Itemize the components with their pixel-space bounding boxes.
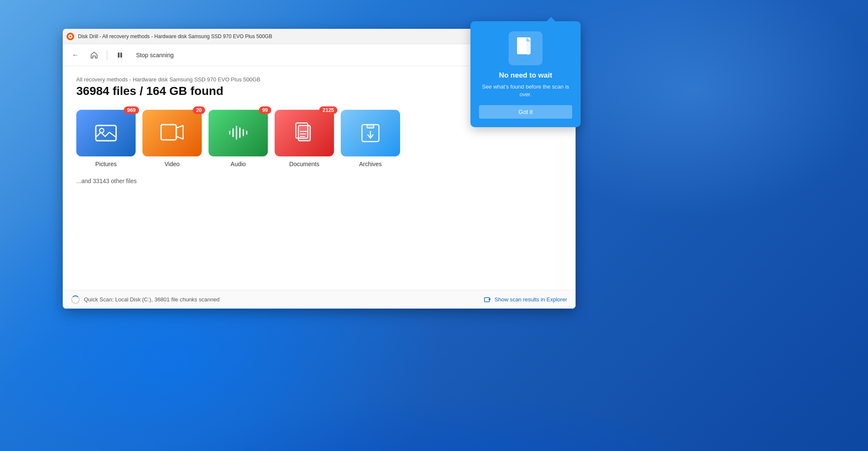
show-in-explorer-label: Show scan results in Explorer [495,296,567,303]
audio-label: Audio [231,161,246,167]
app-icon [66,32,75,41]
svg-rect-14 [161,125,176,140]
archives-label: Archives [359,161,382,167]
svg-rect-16 [298,125,310,141]
scan-spinner [71,295,80,304]
svg-rect-4 [120,53,122,58]
documents-card-icon: 2125 [275,110,334,156]
stop-scan-button[interactable]: Stop scanning [131,47,179,63]
show-in-explorer-button[interactable]: Show scan results in Explorer [484,296,567,303]
pictures-badge: 969 [124,106,139,114]
audio-card-icon: 99 [209,110,268,156]
status-text: Quick Scan: Local Disk (C:), 36801 file … [84,296,220,303]
other-files-text: ...and 33143 other files [76,178,562,184]
svg-point-13 [100,128,104,133]
home-button[interactable] [86,47,102,63]
svg-point-2 [70,36,71,37]
audio-card[interactable]: 99 Audio [209,110,268,167]
pictures-card[interactable]: 969 Pictures [76,110,136,167]
audio-badge: 99 [259,106,271,114]
tooltip-got-it-button[interactable]: Got it [479,105,572,119]
pause-button[interactable] [112,47,128,63]
tooltip-popup: No need to wait See what's found before … [470,21,581,127]
title-bar-text: Disk Drill - All recovery methods - Hard… [78,33,514,39]
archives-card-icon [341,110,400,156]
documents-badge: 2125 [319,106,337,114]
documents-label: Documents [289,161,320,167]
tooltip-title: No need to wait [499,71,552,80]
documents-card[interactable]: 2125 Documents [275,110,334,167]
toolbar-divider [107,50,107,60]
pictures-label: Pictures [95,161,117,167]
svg-rect-25 [484,298,490,302]
tooltip-description: See what's found before the scan is over… [479,83,572,98]
video-label: Video [164,161,180,167]
status-bar: Quick Scan: Local Disk (C:), 36801 file … [63,290,576,309]
svg-rect-3 [118,53,120,58]
video-card[interactable]: 20 Video [142,110,202,167]
archives-card[interactable]: Archives [341,110,400,167]
tooltip-icon-wrap [509,31,542,65]
back-button[interactable]: ← [68,47,83,63]
app-window: Disk Drill - All recovery methods - Hard… [63,29,576,309]
svg-rect-21 [367,125,374,128]
svg-rect-12 [96,125,116,141]
video-card-icon: 20 [142,110,202,156]
video-badge: 20 [193,106,205,114]
toolbar: ← Stop scanning Review found items [63,44,576,66]
pictures-card-icon: 969 [76,110,136,156]
